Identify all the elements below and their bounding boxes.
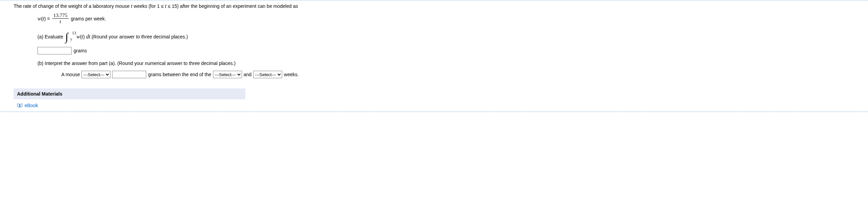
additional-materials-header: Additional Materials	[14, 88, 245, 99]
fraction-numerator: 13.775	[52, 13, 69, 19]
part-b-prefix: A mouse	[61, 72, 80, 77]
integrand: w(t) dt.	[76, 34, 92, 40]
fraction-denominator: t	[58, 19, 62, 24]
question-content: The rate of change of the weight of a la…	[0, 3, 868, 88]
part-a-answer-input[interactable]	[37, 47, 72, 54]
integral: ∫ 13 7	[65, 31, 68, 42]
formula-close: ) =	[44, 16, 50, 21]
part-b-mid1: grams between the end of the	[148, 72, 211, 77]
part-a-label: (a) Evaluate	[37, 34, 63, 39]
part-b-value-input[interactable]	[112, 71, 146, 78]
integral-lower: 7	[70, 38, 72, 43]
intro-mid: weeks (for 1 ≤	[132, 3, 165, 9]
svg-rect-0	[19, 104, 20, 107]
part-b-select-2[interactable]: ---Select---	[213, 71, 242, 78]
formula-fraction: 13.775 t	[52, 13, 69, 24]
part-b-select-3[interactable]: ---Select---	[253, 71, 282, 78]
part-b-label: (b) Interpret the answer from part (a). …	[37, 61, 235, 66]
part-a-line: (a) Evaluate ∫ 13 7 w(t) dt. (Round your…	[37, 31, 854, 42]
part-a-units: grams	[74, 48, 87, 53]
part-b: (b) Interpret the answer from part (a). …	[37, 61, 854, 66]
integrand-dt: dt	[86, 34, 90, 39]
part-a-round: (Round your answer to three decimal plac…	[92, 34, 188, 39]
part-b-mid2: and	[244, 72, 252, 77]
part-a: (a) Evaluate ∫ 13 7 w(t) dt. (Round your…	[37, 31, 854, 42]
integral-upper: 13	[72, 31, 76, 36]
part-b-answer-line: A mouse ---Select--- grams between the e…	[61, 71, 854, 78]
question-container: The rate of change of the weight of a la…	[0, 0, 868, 112]
integral-symbol: ∫	[65, 31, 68, 42]
part-a-answer-line: grams	[37, 47, 854, 54]
intro-pre: The rate of change of the weight of a la…	[14, 3, 131, 9]
integrand-func: w	[76, 34, 80, 39]
intro-text: The rate of change of the weight of a la…	[14, 3, 854, 9]
ebook-link[interactable]: eBook	[25, 103, 38, 108]
formula-tail: grams per week.	[71, 16, 106, 21]
book-icon	[17, 103, 22, 108]
integrand-close: )	[83, 34, 86, 39]
formula-func: w	[37, 16, 41, 22]
intro-mid2: ≤ 15) after the beginning of an experime…	[167, 3, 298, 9]
formula: w(t) = 13.775 t grams per week.	[37, 13, 854, 24]
part-b-tail: weeks.	[284, 72, 299, 77]
ebook-row: eBook	[0, 99, 868, 112]
part-b-select-1[interactable]: ---Select---	[81, 71, 110, 78]
